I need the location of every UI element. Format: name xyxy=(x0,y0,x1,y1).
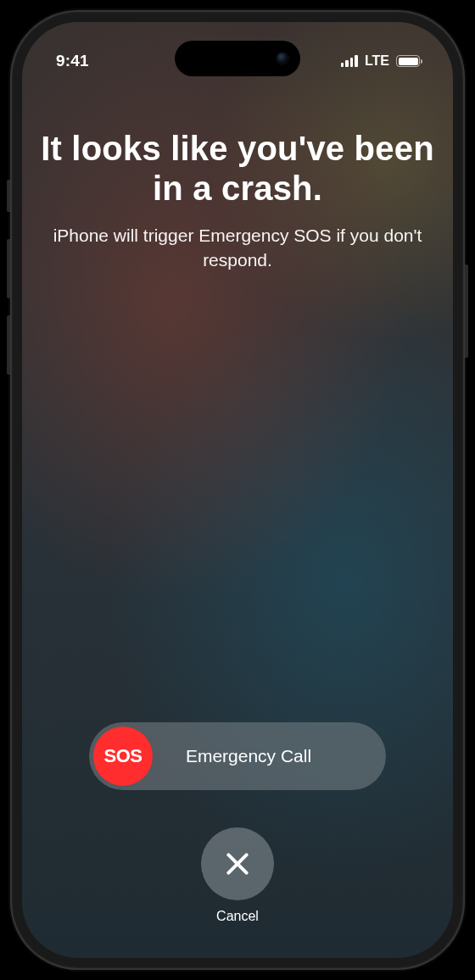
phone-frame: 9:41 LTE It looks like you've been in a … xyxy=(10,10,465,970)
sos-knob-label: SOS xyxy=(104,745,142,767)
close-icon xyxy=(225,851,250,877)
cancel-label: Cancel xyxy=(216,909,259,924)
alert-headline: It looks like you've been in a crash. xyxy=(39,129,436,209)
front-camera-icon xyxy=(277,53,288,64)
volume-up-button xyxy=(7,239,10,298)
alert-subhead: iPhone will trigger Emergency SOS if you… xyxy=(39,224,436,272)
volume-down-button xyxy=(7,315,10,375)
cancel-area: Cancel xyxy=(39,827,436,924)
status-indicators: LTE xyxy=(341,53,422,69)
network-type-label: LTE xyxy=(365,53,389,69)
ringer-switch xyxy=(7,180,10,212)
status-time: 9:41 xyxy=(56,52,89,70)
sos-slider-knob[interactable]: SOS xyxy=(93,727,153,786)
power-button xyxy=(465,264,468,358)
emergency-call-label: Emergency Call xyxy=(153,746,382,766)
battery-icon xyxy=(396,55,422,67)
cellular-signal-icon xyxy=(341,55,358,67)
dynamic-island xyxy=(175,41,300,76)
cancel-button[interactable] xyxy=(201,827,274,900)
screen: 9:41 LTE It looks like you've been in a … xyxy=(22,22,453,958)
emergency-call-slider[interactable]: SOS Emergency Call xyxy=(89,722,386,790)
crash-detection-alert: It looks like you've been in a crash. iP… xyxy=(22,81,453,958)
